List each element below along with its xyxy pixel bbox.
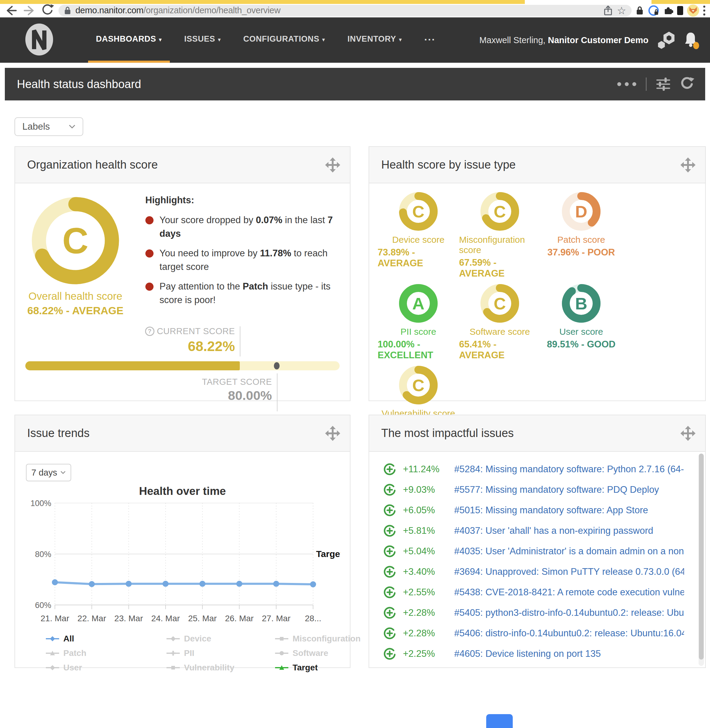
drag-move-icon[interactable] (324, 157, 341, 173)
bullet-icon (145, 249, 154, 258)
score-ring: C (399, 366, 438, 405)
issue-impact-percent: +5.81% (403, 525, 454, 536)
nav-item-configurations[interactable]: CONFIGURATIONS▾ (235, 18, 333, 63)
issue-link[interactable]: #5577: Missing mandatory software: PDQ D… (454, 484, 659, 495)
browser-menu-icon[interactable] (703, 5, 706, 16)
main-menu: DASHBOARDS▾ISSUES▾CONFIGURATIONS▾INVENTO… (88, 18, 443, 63)
puzzle-extension-icon[interactable] (663, 6, 673, 15)
legend-item-patch[interactable]: Patch (46, 648, 166, 659)
legend-item-device[interactable]: Device (166, 633, 275, 644)
refresh-icon[interactable] (680, 77, 694, 91)
legend-item-user[interactable]: User (46, 662, 166, 673)
impact-increase-icon (383, 565, 396, 579)
svg-text:22. Mar: 22. Mar (78, 614, 106, 623)
issue-link[interactable]: #4605: Device listening on port 135 (454, 648, 601, 659)
labels-dropdown-label: Labels (22, 121, 50, 132)
bullet-icon (145, 216, 154, 224)
overall-ring-caption: Overall health score (28, 290, 122, 302)
highlight-text: Pay attention to the Patch issue type - … (160, 280, 340, 307)
panel-title: The most impactful issues (381, 427, 513, 440)
more-options-icon[interactable] (617, 82, 637, 86)
nanitor-logo[interactable] (23, 23, 55, 58)
page-content: Health status dashboard Labels Organizat… (0, 63, 710, 668)
drag-move-icon[interactable] (324, 425, 341, 441)
time-range-select[interactable]: 7 days (26, 464, 71, 481)
legend-item-misconfiguration[interactable]: Misconfiguration (275, 633, 362, 644)
target-score-marker-line (277, 374, 277, 412)
svg-text:25. Mar: 25. Mar (188, 614, 217, 623)
score-label: PII score (400, 327, 436, 337)
legend-item-vulnerability[interactable]: Vulnerability (166, 662, 275, 673)
share-icon[interactable] (603, 5, 613, 16)
nav-item-issues[interactable]: ISSUES▾ (176, 18, 229, 63)
issue-row: +2.55%#5438: CVE-2018-8421: A remote cod… (383, 582, 684, 602)
issue-link[interactable]: #3694: Unapproved: Simon PuTTY release 0… (454, 566, 684, 577)
address-bar[interactable]: demo.nanitor.com/organization/demo/healt… (59, 5, 632, 16)
dashboard-title-bar: Health status dashboard (5, 68, 705, 100)
scrollbar-thumb[interactable] (699, 454, 704, 659)
drag-move-icon[interactable] (680, 425, 696, 441)
svg-text:Target: Target (316, 549, 340, 559)
grade-letter: C (480, 284, 519, 323)
navbar-right: Maxwell Sterling, Nanitor Customer Demo (479, 31, 697, 50)
dashboard-settings-icon[interactable] (656, 78, 671, 91)
legend-item-pii[interactable]: PII (166, 648, 275, 659)
profile-avatar[interactable] (687, 4, 699, 16)
help-icon[interactable]: ? (145, 327, 154, 336)
issue-link[interactable]: #4037: User 'ahall' has a non-expiring p… (454, 525, 653, 536)
score-value: 37.96% - POOR (547, 247, 615, 258)
score-label: Patch score (557, 234, 605, 245)
labels-dropdown[interactable]: Labels (15, 117, 83, 136)
issue-link[interactable]: #5438: CVE-2018-8421: A remote code exec… (454, 587, 684, 598)
score-value: 73.89% - AVERAGE (378, 247, 459, 269)
notification-dot (692, 42, 700, 49)
legend-label: Software (293, 648, 328, 658)
issue-link[interactable]: #5015: Missing mandatory software: App S… (454, 505, 648, 516)
reload-icon[interactable] (40, 4, 54, 17)
https-lock-icon (64, 6, 71, 15)
caret-down-icon: ▾ (399, 36, 402, 43)
issue-row: +5.81%#4037: User 'ahall' has a non-expi… (383, 520, 684, 541)
issue-type-scores-grid: CDevice score73.89% - AVERAGECMisconfigu… (378, 192, 705, 442)
overall-grade-letter: C (30, 195, 121, 286)
lock-extension-icon[interactable] (636, 6, 644, 15)
back-icon[interactable] (4, 4, 18, 17)
issue-link[interactable]: #5405: python3-distro-info-0.14ubuntu0.2… (454, 607, 684, 618)
issue-impact-percent: +2.28% (403, 628, 454, 639)
chat-widget-button[interactable] (486, 714, 513, 728)
scrollbar[interactable] (698, 454, 704, 666)
bullet-icon (145, 283, 154, 291)
impact-increase-icon (383, 627, 396, 640)
forward-icon[interactable] (22, 4, 36, 17)
nav-item-inventory[interactable]: INVENTORY▾ (340, 18, 410, 63)
score-label: Misconfiguration score (459, 234, 540, 255)
issue-link[interactable]: #5284: Missing mandatory software: Pytho… (454, 464, 684, 475)
impact-increase-icon (383, 606, 396, 620)
drag-move-icon[interactable] (680, 157, 696, 173)
impact-increase-icon (383, 483, 396, 497)
score-value: 89.51% - GOOD (547, 339, 615, 350)
bookmark-star-icon[interactable]: ☆ (617, 6, 626, 16)
score-progress-bar (25, 361, 340, 370)
browser-active-tab[interactable] (525, 0, 651, 4)
issue-impact-percent: +2.25% (403, 648, 454, 659)
nav-item-[interactable]: ... (417, 18, 443, 63)
svg-text:27. Mar: 27. Mar (262, 614, 290, 623)
legend-label: User (63, 663, 82, 672)
panel-title: Health score by issue type (381, 158, 516, 171)
organization-hexagons-icon[interactable] (656, 31, 676, 50)
user-account-label[interactable]: Maxwell Sterling, Nanitor Customer Demo (479, 35, 648, 45)
score-value: 67.59% - AVERAGE (459, 257, 540, 279)
legend-item-all[interactable]: All (46, 633, 166, 644)
score-ring: C (480, 192, 519, 231)
highlights-title: Highlights: (145, 195, 340, 206)
legend-item-target[interactable]: Target (275, 662, 362, 673)
svg-text:26. Mar: 26. Mar (225, 614, 254, 623)
legend-item-software[interactable]: Software (275, 648, 362, 659)
password-manager-icon[interactable] (647, 4, 660, 17)
issue-link[interactable]: #4035: User 'Administrator' is a domain … (454, 546, 684, 557)
window-extension-icon[interactable] (677, 6, 684, 15)
nav-item-dashboards[interactable]: DASHBOARDS▾ (88, 18, 170, 63)
notifications[interactable] (684, 32, 697, 48)
issue-link[interactable]: #5406: distro-info-0.14ubuntu0.2: releas… (454, 628, 684, 639)
